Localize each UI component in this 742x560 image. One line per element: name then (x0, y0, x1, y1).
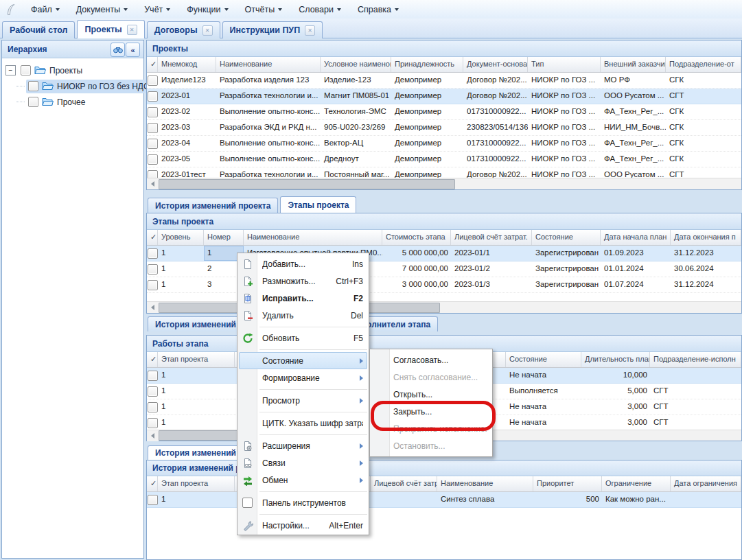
row-checkbox[interactable] (148, 123, 158, 133)
context-menu-item-9[interactable]: Формирование (237, 369, 369, 386)
tree-item-2[interactable]: НИОКР по ГОЗ без НДС (2, 78, 143, 94)
main-tab-4[interactable]: Инструкции ПУП✕ (222, 21, 323, 38)
table-row-5[interactable]: 2023-04Выполнение опытно-конс...Вектор-А… (147, 136, 741, 152)
row-checkbox[interactable] (148, 248, 158, 259)
submenu-item-3[interactable]: Открыть... (370, 386, 492, 403)
stages-tab-2[interactable]: Этапы проекта (280, 196, 356, 213)
table-row-1[interactable]: 1Синтез сплава500Как можно ран... (147, 492, 741, 508)
context-menu-item-4[interactable]: УдалитьDel (237, 307, 369, 324)
tree-item-1[interactable]: −Проекты (2, 62, 143, 78)
tree-item-3[interactable]: Прочее (2, 94, 143, 110)
column-header-8[interactable]: Дата начала план (601, 230, 671, 245)
tree-checkbox[interactable] (28, 81, 38, 91)
column-header-1[interactable]: ✓ (147, 57, 158, 72)
stages-tab-1[interactable]: История изменений проекта (148, 198, 278, 213)
row-checkbox[interactable] (148, 264, 158, 275)
row-checkbox[interactable] (148, 386, 158, 397)
column-header-6[interactable]: Приоритет (533, 476, 602, 491)
table-row-1[interactable]: 11Изготовление опытной партии ПМ0...5 00… (147, 246, 741, 261)
tree-node[interactable]: Проекты (19, 64, 86, 78)
column-header-6[interactable]: Лицевой счёт затрат. (451, 230, 532, 245)
row-checkbox[interactable] (148, 495, 158, 505)
close-icon[interactable]: ✕ (127, 25, 137, 35)
context-menu-item-3[interactable]: Исправить...F2 (237, 290, 369, 307)
column-header-7[interactable]: Ограничение (602, 476, 671, 491)
row-checkbox[interactable] (148, 107, 158, 117)
row-checkbox[interactable] (148, 280, 158, 290)
column-header-2[interactable]: Мнемокод (158, 57, 216, 72)
menubar-item-3[interactable]: Учёт (136, 2, 178, 17)
row-checkbox[interactable] (148, 91, 158, 102)
column-header-9[interactable]: Дата окончания п (671, 230, 741, 245)
column-header-5[interactable]: Стоимость этапа (382, 230, 451, 245)
scroll-left-arrow-icon[interactable] (147, 430, 159, 441)
row-checkbox[interactable] (148, 418, 158, 428)
table-row-6[interactable]: 2023-05Выполнение опытно-конс...Дредноут… (147, 152, 741, 167)
column-header-4[interactable]: Наименование (244, 230, 382, 245)
close-icon[interactable]: ✕ (305, 25, 315, 36)
menubar-item-7[interactable]: Справка (349, 2, 407, 17)
menubar-item-6[interactable]: Словари (290, 2, 349, 17)
column-header-6[interactable]: Документ-основан (463, 57, 528, 72)
table-row-3[interactable]: 133 000 000,002023-01/3Зарегистрирован01… (147, 277, 741, 293)
column-header-6[interactable]: Подразделение-исполн (650, 352, 741, 367)
column-header-9[interactable]: Подразделение-от (666, 57, 741, 72)
scroll-left-arrow-icon[interactable] (147, 302, 159, 313)
tree-node[interactable]: Прочее (26, 95, 89, 109)
column-header-1[interactable]: ✓ (147, 476, 158, 491)
menubar-item-2[interactable]: Документы (68, 2, 136, 17)
column-header-7[interactable]: Тип (528, 57, 601, 72)
row-checkbox[interactable] (148, 402, 158, 412)
tree-node[interactable]: НИОКР по ГОЗ без НДС (26, 80, 154, 93)
context-menu-item-17[interactable]: Обмен (237, 471, 369, 489)
main-tab-1[interactable]: Рабочий стол (2, 21, 75, 38)
table-row-1[interactable]: Изделие123Разработка изделия 123Изделие-… (147, 73, 741, 89)
column-header-1[interactable]: ✓ (147, 352, 158, 367)
tree-checkbox[interactable] (21, 65, 31, 75)
row-checkbox[interactable] (148, 154, 158, 165)
column-header-2[interactable]: Этап проекта (158, 352, 235, 367)
close-icon[interactable]: ✕ (202, 25, 213, 36)
context-menu-item-2[interactable]: Размножить...Ctrl+F3 (237, 272, 369, 290)
submenu-item-1[interactable]: Согласовать... (370, 351, 492, 369)
context-menu-item-11[interactable]: Просмотр (237, 392, 369, 409)
main-tab-3[interactable]: Договоры✕ (147, 21, 220, 38)
column-header-5[interactable]: Наименование (437, 476, 533, 491)
column-header-1[interactable]: ✓ (147, 230, 158, 245)
column-header-5[interactable]: Принадлежность (391, 57, 463, 72)
column-header-5[interactable]: Длительность план (581, 352, 650, 367)
context-menu-item-21[interactable]: Настройки...Alt+Enter (237, 517, 369, 534)
column-header-8[interactable]: Дата ограничения (671, 476, 741, 491)
binoculars-icon[interactable] (111, 43, 125, 57)
submenu-item-4[interactable]: Закрыть... (370, 403, 492, 420)
scrollbar-thumb[interactable] (159, 179, 455, 189)
column-header-2[interactable]: Уровень (158, 230, 204, 245)
column-header-4[interactable]: Условное наименова (321, 57, 391, 72)
column-header-2[interactable]: Этап проекта (158, 476, 235, 491)
table-row-4[interactable]: 2023-03Разработка ЭКД и РКД н...905-U020… (147, 120, 741, 136)
tree-checkbox[interactable] (28, 97, 38, 107)
context-menu-item-6[interactable]: ОбновитьF5 (237, 329, 369, 347)
context-menu-item-8[interactable]: Состояние (239, 352, 367, 369)
tree-expander-icon[interactable]: − (5, 65, 16, 75)
main-tab-2[interactable]: Проекты✕ (77, 20, 144, 38)
collapse-left-icon[interactable]: « (126, 43, 140, 57)
menubar-item-4[interactable]: Функции (178, 2, 236, 17)
context-menu-item-16[interactable]: Связи (237, 454, 369, 471)
context-menu-item-1[interactable]: Добавить...Ins (237, 255, 369, 272)
table-row-3[interactable]: 2023-02Выполнение опытно-конс...Технолог… (147, 104, 741, 120)
column-header-4[interactable]: Лицевой счёт затр (371, 476, 437, 491)
column-header-3[interactable]: Номер (204, 230, 244, 245)
row-checkbox[interactable] (148, 139, 158, 149)
context-menu-item-19[interactable]: Панель инструментов (237, 494, 369, 511)
row-checkbox[interactable] (148, 75, 158, 86)
table-row-2[interactable]: 2023-01Разработка технологии и...Магнит … (147, 89, 741, 104)
context-menu-item-15[interactable]: Расширения (237, 437, 369, 454)
menubar-item-5[interactable]: Отчёты (237, 2, 291, 17)
column-header-8[interactable]: Внешний заказчик (601, 57, 666, 72)
menubar-item-1[interactable]: Файл (23, 2, 68, 17)
scroll-left-arrow-icon[interactable] (147, 178, 159, 189)
column-header-4[interactable]: Состояние (506, 352, 581, 367)
horizontal-scrollbar[interactable] (147, 178, 741, 189)
context-menu-item-13[interactable]: ЦИТК. Указать шифр затрат... (237, 415, 369, 432)
